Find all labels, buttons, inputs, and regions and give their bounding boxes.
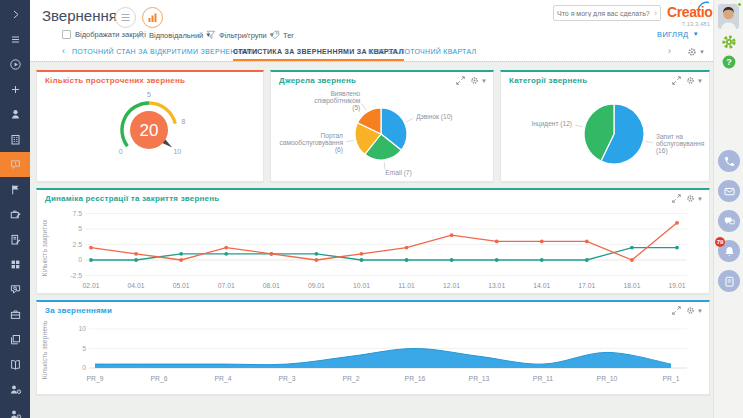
- sidebar-item-grid-boxes[interactable]: .st{fill:none;stroke:#c3cbdb;stroke-widt…: [0, 252, 30, 277]
- plus-icon: .st{fill:none;stroke:#c3cbdb;stroke-widt…: [9, 83, 22, 96]
- chat-magnifier-icon: .st{fill:none;stroke:#c3cbdb;stroke-widt…: [9, 283, 22, 296]
- svg-text:04.01: 04.01: [128, 282, 145, 289]
- gear-icon: [721, 34, 737, 50]
- tab-kpis[interactable]: KPIS ЗА ПОТОЧНИЙ КВАРТАЛ: [368, 44, 476, 61]
- analytics-view-button[interactable]: [142, 7, 163, 28]
- envelope-button[interactable]: [718, 180, 740, 202]
- help-button[interactable]: ?: [722, 55, 736, 69]
- file-pencil-icon: .st{fill:none;stroke:#c3cbdb;stroke-widt…: [9, 233, 22, 246]
- sidebar-item-building[interactable]: .st{fill:none;stroke:#c3cbdb;stroke-widt…: [0, 127, 30, 152]
- svg-text:7.5: 7.5: [73, 210, 83, 217]
- sidebar-item-play-circle[interactable]: .st{fill:none;stroke:#c3cbdb;stroke-widt…: [0, 52, 30, 77]
- svg-text:8: 8: [182, 118, 186, 125]
- expand-widget-button[interactable]: [456, 76, 465, 85]
- svg-text:самообслуговування: самообслуговування: [279, 139, 343, 147]
- widget-case-categories: Категорії звернень ▼ Запит наобслуговува…: [500, 70, 710, 182]
- sidebar-item-briefcase[interactable]: .st{fill:none;stroke:#c3cbdb;stroke-widt…: [0, 302, 30, 327]
- svg-text:PR_10: PR_10: [597, 375, 618, 383]
- svg-text:10: 10: [173, 148, 181, 155]
- view-menu-label: ВИГЛЯД: [657, 30, 688, 39]
- svg-text:Кількість закритих: Кількість закритих: [41, 219, 49, 277]
- sidebar-item-chevron-right[interactable]: .st{fill:none;stroke:#c3cbdb;stroke-widt…: [0, 2, 30, 27]
- bell-button[interactable]: 79: [718, 240, 740, 262]
- user-avatar[interactable]: [718, 4, 739, 29]
- top-bar: Звернення › Creatio: [30, 0, 713, 62]
- tabs-scroll-left[interactable]: ‹: [62, 46, 65, 56]
- expand-icon: [672, 194, 681, 203]
- folders-icon: .st{fill:none;stroke:#c3cbdb;stroke-widt…: [9, 333, 22, 346]
- widget-settings-button[interactable]: ▼: [686, 194, 703, 203]
- widget-title: Категорії звернень: [509, 76, 587, 85]
- sidebar-item-open-book[interactable]: .st{fill:none;stroke:#c3cbdb;stroke-widt…: [0, 352, 30, 377]
- phone-button[interactable]: [718, 150, 740, 172]
- grid-boxes-icon: .st{fill:none;stroke:#c3cbdb;stroke-widt…: [9, 258, 22, 271]
- page-title: Звернення: [42, 7, 117, 24]
- expand-widget-button[interactable]: [672, 76, 681, 85]
- line-chart: 7.552.50-2.5Кількість закритих02.0104.01…: [37, 206, 709, 293]
- svg-text:Виявлено: Виявлено: [330, 90, 360, 97]
- dashboard-settings-button[interactable]: ▼: [687, 47, 705, 57]
- sidebar-item-person-gear[interactable]: .st{fill:none;stroke:#c3cbdb;stroke-widt…: [0, 377, 30, 402]
- widget-overdue-cases: Кількість прострочених звернень 2005810: [36, 70, 264, 182]
- sidebar-item-chat-exclamation[interactable]: .st{fill:none;stroke:#ffffff;stroke-widt…: [0, 152, 30, 177]
- tab-current-state[interactable]: ПОТОЧНИЙ СТАН ЗА ВІДКРИТИМИ ЗВЕРНЕННЯМИ: [72, 44, 258, 61]
- view-menu-button[interactable]: ВИГЛЯД ▼: [657, 30, 699, 39]
- svg-text:?: ?: [726, 57, 732, 67]
- svg-text:10.01: 10.01: [353, 282, 370, 289]
- list-view-button[interactable]: [115, 7, 136, 28]
- sidebar-item-person-gear-2[interactable]: .st{fill:none;stroke:#c3cbdb;stroke-widt…: [0, 402, 30, 418]
- widget-title: За зверненнями: [45, 306, 112, 315]
- svg-text:PR_3: PR_3: [278, 375, 295, 383]
- chat-exclamation-icon: .st{fill:none;stroke:#ffffff;stroke-widt…: [9, 158, 22, 171]
- sidebar-item-person[interactable]: .st{fill:none;stroke:#c3cbdb;stroke-widt…: [0, 102, 30, 127]
- expand-widget-button[interactable]: [672, 194, 681, 203]
- widget-settings-button[interactable]: ▼: [470, 76, 487, 85]
- sidebar-item-file-pencil[interactable]: .st{fill:none;stroke:#c3cbdb;stroke-widt…: [0, 227, 30, 252]
- svg-text:0: 0: [78, 256, 82, 263]
- chevron-right-icon: .st{fill:none;stroke:#c3cbdb;stroke-widt…: [9, 8, 22, 21]
- sidebar-item-folders[interactable]: .st{fill:none;stroke:#c3cbdb;stroke-widt…: [0, 327, 30, 352]
- chevron-down-icon: ▼: [697, 78, 703, 84]
- gauge-chart: 2005810: [37, 88, 263, 181]
- chat-bubbles-button[interactable]: [718, 210, 740, 232]
- pie-chart: Дзвінок (10)Email (7)Порталсамообслугову…: [271, 86, 493, 181]
- sidebar-item-flag[interactable]: .st{fill:none;stroke:#c3cbdb;stroke-widt…: [0, 177, 30, 202]
- expand-widget-button[interactable]: [672, 306, 681, 315]
- widget-settings-button[interactable]: ▼: [686, 306, 703, 315]
- tag-menu[interactable]: Тег: [270, 30, 294, 40]
- chevron-down-icon: ▼: [481, 78, 487, 84]
- svg-text:(6): (6): [335, 146, 343, 154]
- task-note-button[interactable]: [718, 270, 740, 292]
- sidebar-item-plus[interactable]: .st{fill:none;stroke:#c3cbdb;stroke-widt…: [0, 77, 30, 102]
- gear-icon: [687, 47, 697, 57]
- svg-text:PR_2: PR_2: [342, 375, 359, 383]
- svg-text:12.01: 12.01: [443, 282, 460, 289]
- svg-text:Запит на: Запит на: [656, 133, 683, 140]
- svg-text:PR_4: PR_4: [214, 375, 231, 383]
- sidebar-item-briefcase-pencil[interactable]: .st{fill:none;stroke:#c3cbdb;stroke-widt…: [0, 202, 30, 227]
- svg-text:5: 5: [78, 225, 82, 232]
- person-icon: .st{fill:none;stroke:#c3cbdb;stroke-widt…: [9, 108, 22, 121]
- main-area: Звернення › Creatio: [30, 0, 713, 418]
- tabs-scroll-right[interactable]: ›: [668, 46, 671, 56]
- show-closed-checkbox[interactable]: [62, 30, 71, 39]
- filters-groups-menu[interactable]: Фільтри/групи ▼: [206, 30, 275, 40]
- search-submit-icon[interactable]: ›: [654, 8, 660, 18]
- svg-text:09.01: 09.01: [308, 282, 325, 289]
- owner-filter[interactable]: Відповідальний ▼: [136, 30, 211, 40]
- chevron-down-icon: ▼: [693, 31, 699, 37]
- widget-settings-button[interactable]: ▼: [686, 76, 703, 85]
- sidebar-item-chat-magnifier[interactable]: .st{fill:none;stroke:#c3cbdb;stroke-widt…: [0, 277, 30, 302]
- grid-icon: [120, 12, 131, 23]
- bar-chart-icon: [147, 12, 158, 23]
- svg-text:13.01: 13.01: [488, 282, 505, 289]
- svg-text:17.01: 17.01: [578, 282, 595, 289]
- creatio-app: .st{fill:none;stroke:#c3cbdb;stroke-widt…: [0, 0, 743, 418]
- svg-text:PR_1: PR_1: [662, 375, 679, 383]
- sidebar-item-hamburger-menu[interactable]: .st{fill:none;stroke:#c3cbdb;stroke-widt…: [0, 27, 30, 52]
- show-closed-toggle[interactable]: Відображати закриті: [62, 30, 146, 39]
- system-settings-button[interactable]: [721, 34, 737, 50]
- search-input[interactable]: [554, 10, 654, 17]
- logo-swoosh-icon: [698, 1, 710, 8]
- global-search: ›: [553, 5, 661, 21]
